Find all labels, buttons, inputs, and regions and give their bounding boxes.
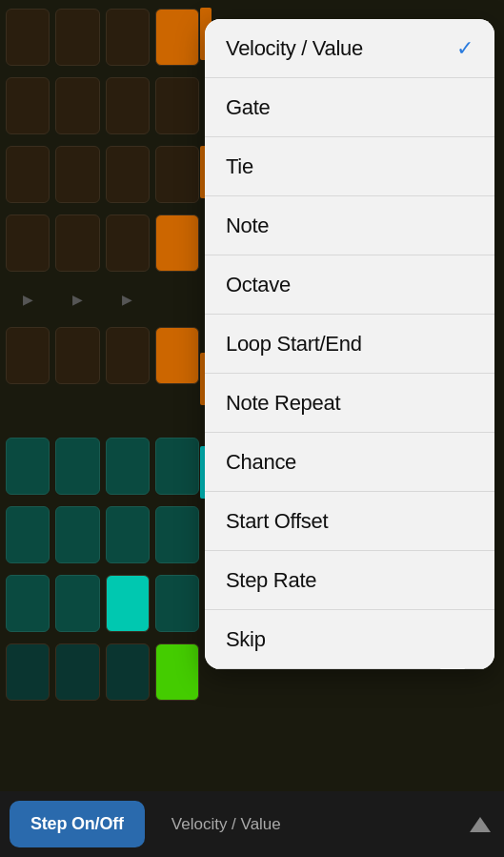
dropdown-item[interactable]: Start Offset <box>205 492 494 551</box>
dropdown-item[interactable]: Octave <box>205 255 494 315</box>
dropdown-item-label: Tie <box>226 154 253 179</box>
grid-cell[interactable] <box>106 9 150 66</box>
grid-cell[interactable] <box>6 214 50 272</box>
grid-cell[interactable] <box>55 77 99 134</box>
grid-cell[interactable] <box>106 146 150 203</box>
arrow-indicator <box>155 282 199 316</box>
grid-cell-orange[interactable] <box>155 327 199 384</box>
grid-cell[interactable] <box>106 327 150 384</box>
grid-cell[interactable] <box>55 327 99 384</box>
dropdown-item[interactable]: Loop Start/End <box>205 315 494 374</box>
dropdown-item-label: Loop Start/End <box>226 332 362 357</box>
dropdown-item-label: Note Repeat <box>226 391 340 416</box>
arrow-indicator: ▶ <box>106 282 150 316</box>
grid-cell[interactable] <box>106 77 150 134</box>
grid-cell-teal[interactable] <box>55 438 99 495</box>
dropdown-item[interactable]: Chance <box>205 433 494 492</box>
grid-cell[interactable] <box>55 214 99 272</box>
grid-cell[interactable] <box>106 214 150 272</box>
dropdown-item[interactable]: Note Repeat <box>205 374 494 433</box>
triangle-up-icon <box>470 817 491 832</box>
grid-cell-teal[interactable] <box>155 575 199 632</box>
velocity-value-button[interactable]: Velocity / Value <box>152 815 504 834</box>
grid-cell[interactable] <box>55 146 99 203</box>
grid-cell[interactable] <box>6 146 50 203</box>
top-grid: ▶ ▶ ▶ <box>0 0 205 429</box>
dropdown-item-label: Velocity / Value <box>226 36 363 61</box>
velocity-value-label: Velocity / Value <box>171 815 281 834</box>
grid-cell-teal[interactable] <box>155 438 199 495</box>
grid-cell[interactable] <box>55 9 99 66</box>
grid-cell-green[interactable] <box>155 643 199 701</box>
dropdown-item-label: Skip <box>226 627 266 652</box>
grid-cell-teal[interactable] <box>106 506 150 563</box>
dropdown-item[interactable]: Note <box>205 196 494 255</box>
grid-cell-teal[interactable] <box>155 506 199 563</box>
grid-cell-teal[interactable] <box>55 575 99 632</box>
grid-cell[interactable] <box>6 77 50 134</box>
grid-cell-teal[interactable] <box>106 438 150 495</box>
grid-cell[interactable] <box>6 327 50 384</box>
bottom-grid <box>0 429 205 791</box>
step-on-off-button[interactable]: Step On/Off <box>10 801 145 847</box>
dropdown-item-label: Note <box>226 214 269 238</box>
dropdown-item[interactable]: Tie <box>205 137 494 196</box>
arrow-indicator: ▶ <box>6 282 50 316</box>
grid-cell[interactable] <box>155 77 199 134</box>
dropdown-menu: Velocity / Value✓GateTieNoteOctaveLoop S… <box>205 19 494 669</box>
dropdown-item-label: Chance <box>226 450 296 475</box>
grid-cell-teal-bright[interactable] <box>106 575 150 632</box>
dropdown-item[interactable]: Gate <box>205 78 494 137</box>
grid-cell-orange[interactable] <box>155 9 199 66</box>
dropdown-check-icon: ✓ <box>456 36 474 61</box>
dropdown-item-label: Octave <box>226 273 291 297</box>
grid-cell-dark[interactable] <box>55 643 99 701</box>
dropdown-item[interactable]: Velocity / Value✓ <box>205 19 494 78</box>
grid-cell[interactable] <box>155 146 199 203</box>
grid-cell-orange[interactable] <box>155 214 199 272</box>
dropdown-item-label: Gate <box>226 95 271 120</box>
grid-cell-teal[interactable] <box>6 438 50 495</box>
dropdown-item[interactable]: Step Rate <box>205 551 494 610</box>
grid-cell-dark[interactable] <box>6 643 50 701</box>
dropdown-tail <box>439 667 466 669</box>
grid-cell-teal[interactable] <box>55 506 99 563</box>
dropdown-item-label: Step Rate <box>226 568 316 593</box>
bottom-bar: Step On/Off Velocity / Value <box>0 791 504 857</box>
grid-cell-dark[interactable] <box>106 643 150 701</box>
grid-cell[interactable] <box>6 9 50 66</box>
dropdown-item[interactable]: Skip <box>205 610 494 669</box>
dropdown-item-label: Start Offset <box>226 509 328 534</box>
grid-cell-teal[interactable] <box>6 575 50 632</box>
grid-cell-teal[interactable] <box>6 506 50 563</box>
arrow-indicator: ▶ <box>55 282 99 316</box>
